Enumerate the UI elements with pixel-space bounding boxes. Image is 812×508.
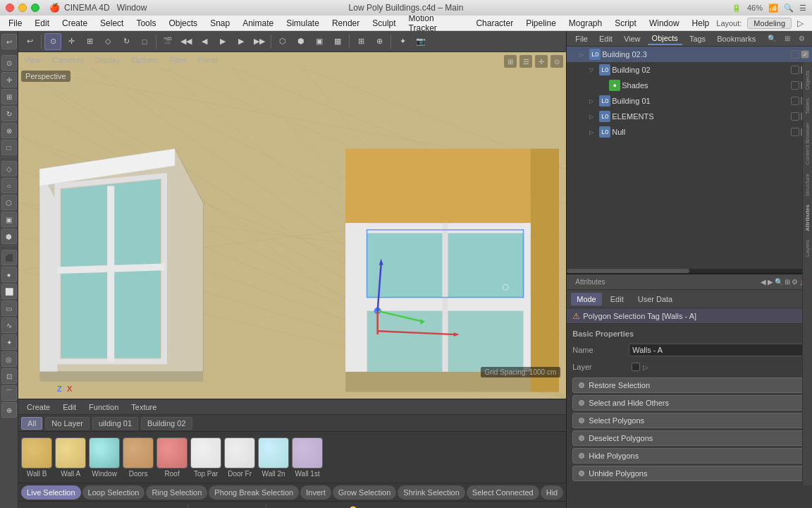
vp-icon4[interactable]: ⊙ [550,55,563,68]
name-value[interactable]: Walls - A [629,344,806,356]
bt12[interactable]: ▶ [228,504,245,509]
next-key-btn[interactable]: ▶▶ [251,33,268,50]
menu-snap[interactable]: Snap [204,17,235,30]
select-polygons-btn[interactable]: Select Polygons [572,413,806,428]
edge-btn[interactable]: ⊞ [81,33,98,50]
ring-selection-btn[interactable]: Ring Selection [146,485,207,500]
mat-tab-create[interactable]: Create [21,401,56,413]
solid-btn[interactable]: ⬢ [293,33,309,50]
tree-item-building023[interactable]: ▷ L0 Building 02.3 ✓ [567,47,812,62]
sphere-tool[interactable]: ● [1,267,17,282]
tree-item-shades[interactable]: ▷ ● Shades ✓ [567,78,812,93]
vp-tab-view[interactable]: View [21,54,44,66]
render-btn[interactable]: ▦ [329,33,346,50]
material-tool[interactable]: ◎ [1,351,17,367]
tree-item-null[interactable]: ▷ L0 Null [567,124,812,140]
attr-tab-user-data[interactable]: User Data [632,293,679,306]
vis-dot4[interactable] [791,97,799,105]
prev-frame-btn[interactable]: ◀ [196,33,213,50]
texture-btn[interactable]: ▣ [311,33,328,50]
right-tab-tables[interactable]: Tables [803,95,812,117]
bt14[interactable]: ⊙ [269,504,286,509]
menu-edit[interactable]: Edit [29,17,55,30]
cube-tool[interactable]: ⬛ [1,250,17,265]
camera2-btn[interactable]: 📷 [412,33,429,50]
bt7[interactable]: ⬡ [131,504,148,509]
maximize-button[interactable] [31,4,39,12]
menu-objects[interactable]: Objects [163,17,203,30]
right-tab-attr[interactable]: Attributes [803,202,812,234]
menu-render[interactable]: Render [326,17,365,30]
mat-item-door-fr[interactable]: Door Fr [224,437,255,478]
bt15[interactable]: ⊗ [288,504,304,509]
point-btn[interactable]: ✛ [63,33,80,50]
menu-create[interactable]: Create [56,17,93,30]
arrow3[interactable]: ▷ [599,83,608,89]
scale-tool[interactable]: ⊞ [1,89,17,104]
bt10[interactable]: ✛ [191,504,208,509]
poly-mode[interactable]: ▣ [1,212,17,227]
select-hide-others-btn[interactable]: Select and Hide Others [572,395,806,411]
keyframe-btn[interactable]: 🎬 [159,33,176,50]
vis-dot2[interactable] [791,66,799,74]
object-mode[interactable]: ○ [1,178,17,193]
vis-dot1[interactable] [791,50,799,59]
attr-search[interactable]: 🔍 [775,278,783,286]
shrink-selection-btn[interactable]: Shrink Selection [398,485,465,500]
bt3[interactable]: ⊞ [58,504,75,509]
play-btn[interactable]: ▶ [214,33,231,50]
bt11[interactable]: ⊕ [209,504,226,509]
om-tab-file[interactable]: File [571,33,592,44]
group-tool[interactable]: ⊡ [1,368,17,384]
om-settings[interactable]: ⚙ [796,33,808,44]
menu-script[interactable]: Script [609,17,642,30]
bt9[interactable]: ⬡ [168,504,185,509]
loop-selection-btn[interactable]: Loop Selection [82,485,145,500]
bt8[interactable]: ⬢ [149,504,166,509]
menu-character[interactable]: Character [470,17,519,30]
vp-tab-filter[interactable]: Filter [166,54,189,66]
arrow6[interactable]: ▷ [589,129,598,135]
layer-building02[interactable]: Building 02 [141,417,192,430]
bt4[interactable]: ⊟ [76,504,93,509]
invert-btn[interactable]: Invert [300,485,331,500]
tree-item-building02[interactable]: ▽ L0 Building 02 ✓ [567,62,812,78]
camera-tool[interactable]: □ [1,140,17,155]
menu-animate[interactable]: Animate [237,17,279,30]
obj-btn[interactable]: □ [136,33,153,50]
panel-toggle[interactable]: ▷ [797,18,804,28]
deform-tool[interactable]: ⌒ [1,385,17,401]
hide-btn[interactable]: Hid [541,485,564,500]
mat-tab-edit[interactable]: Edit [57,401,82,413]
light-tool[interactable]: ✦ [1,334,17,350]
mat-item-roof[interactable]: Roof [156,437,187,478]
plane-tool[interactable]: ▭ [1,301,17,316]
soft-select-btn[interactable]: ⊕ [371,33,388,50]
rotate-tool[interactable]: ↻ [1,106,17,121]
tree-item-building01[interactable]: ▷ L0 Building 01 [567,93,812,109]
menu-icon[interactable]: ☰ [799,4,806,13]
uv-btn[interactable]: ↻ [118,33,135,50]
menu-tools[interactable]: Tools [130,17,161,30]
transform-tool[interactable]: ⊗ [1,123,17,138]
attr-settings2[interactable]: ⚙ [792,278,798,286]
select-tool[interactable]: ⊙ [1,55,17,71]
right-tab-struct[interactable]: Structure [803,171,812,199]
vis-dot5[interactable] [791,112,799,121]
menu-simulate[interactable]: Simulate [281,17,325,30]
mat-item-window[interactable]: Window [89,437,120,478]
restore-selection-btn[interactable]: Restore Selection [572,377,806,393]
vp-tab-cameras[interactable]: Cameras [49,54,87,66]
bt1[interactable]: ↩ [21,504,38,509]
attr-tab-mode[interactable]: Mode [571,293,602,306]
layer-swatch[interactable] [632,363,640,371]
check-dot1[interactable]: ✓ [801,50,809,59]
select-connected-btn[interactable]: Select Connected [467,485,539,500]
edge-mode[interactable]: ⬡ [1,195,17,210]
mat-item-wall-2n[interactable]: Wall 2n [258,437,289,478]
paint-tool[interactable]: ⊕ [1,402,17,418]
om-tab-edit[interactable]: Edit [595,33,617,44]
deselect-polygons-btn[interactable]: Deselect Polygons [572,430,806,446]
attr-tab-edit[interactable]: Edit [605,293,629,306]
menu-file[interactable]: File [3,17,27,30]
